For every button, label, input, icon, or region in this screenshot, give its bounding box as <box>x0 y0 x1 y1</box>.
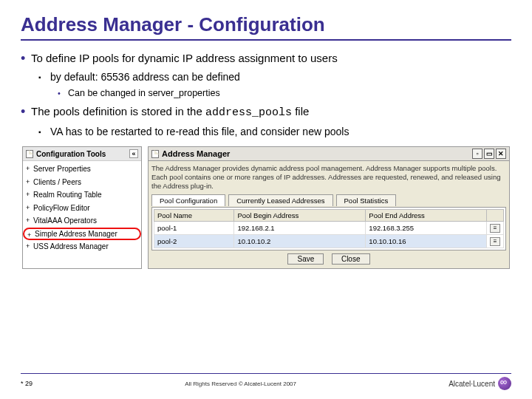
sidebar-item-policyflow-editor[interactable]: PolicyFlow Editor <box>23 202 141 215</box>
sidebar-header-label: Configuration Tools <box>36 150 106 158</box>
sidebar-item-clients-peers[interactable]: Clients / Peers <box>23 176 141 189</box>
cell-pool-end: 10.10.10.16 <box>366 234 487 248</box>
table-header-row: Pool Name Pool Begin Address Pool End Ad… <box>154 209 504 221</box>
bullet-2-code: address_pools <box>205 106 292 119</box>
cell-pool-begin: 10.10.10.2 <box>234 234 366 248</box>
bullet-1-1-1: Can be changed in server_properties <box>58 87 511 100</box>
panel-description: The Address Manager provides dynamic add… <box>151 164 506 191</box>
slide-footer: * 29 All Rights Reserved © Alcatel-Lucen… <box>0 373 532 390</box>
pool-table: Pool Name Pool Begin Address Pool End Ad… <box>154 209 504 248</box>
sidebar-item-uss-address-manager[interactable]: USS Address Manager <box>23 240 141 253</box>
col-pool-name: Pool Name <box>154 209 234 221</box>
minimize-icon[interactable]: ▫ <box>472 149 482 159</box>
sidebar-header[interactable]: Configuration Tools « <box>23 147 141 161</box>
bullet-2-post: file <box>292 105 309 117</box>
panel-title: Address Manager <box>162 149 230 158</box>
tab-pool-statistics[interactable]: Pool Statistics <box>336 194 397 206</box>
table-row[interactable]: pool-2 10.10.10.2 10.10.10.16 ≡ <box>154 234 504 248</box>
page-number-value: 29 <box>25 380 33 387</box>
slide-title: Address Manager - Configuration <box>21 13 511 41</box>
panel-icon <box>151 150 159 158</box>
edit-row-icon[interactable]: ≡ <box>490 224 500 233</box>
page-number: * 29 <box>21 380 33 387</box>
tools-icon <box>26 150 33 158</box>
sidebar-item-simple-address-manager[interactable]: Simple Address Manager <box>23 228 141 241</box>
pool-table-wrap: Pool Name Pool Begin Address Pool End Ad… <box>151 207 506 250</box>
copyright: All Rights Reserved © Alcatel-Lucent 200… <box>185 381 296 387</box>
bullet-list: To define IP pools for dynamic IP addres… <box>21 51 511 139</box>
bullet-2-pre: The pools definition is stored in the <box>31 105 205 117</box>
bullet-2-1: VA has to be restarted to re-read this f… <box>38 125 511 139</box>
config-tools-sidebar: Configuration Tools « Server Properties … <box>22 146 142 269</box>
screenshot-embed: Configuration Tools « Server Properties … <box>21 146 511 269</box>
brand-icon <box>498 377 511 390</box>
sidebar-item-realm-routing[interactable]: Realm Routing Table <box>23 188 141 202</box>
brand-text: Alcatel·Lucent <box>449 380 495 388</box>
bullet-1-1: by default: 65536 address can be defined… <box>38 70 511 100</box>
save-button[interactable]: Save <box>287 253 324 265</box>
maximize-icon[interactable]: ▭ <box>484 149 494 159</box>
cell-pool-name: pool-1 <box>154 221 234 234</box>
sidebar-item-vitalaaa-operators[interactable]: VitalAAA Operators <box>23 214 141 228</box>
table-row[interactable]: pool-1 192.168.2.1 192.168.3.255 ≡ <box>154 221 504 234</box>
sidebar-list: Server Properties Clients / Peers Realm … <box>23 161 141 255</box>
col-pool-end: Pool End Address <box>366 209 487 221</box>
close-button[interactable]: Close <box>332 253 370 265</box>
close-icon[interactable]: ✕ <box>496 149 506 159</box>
col-action <box>487 209 504 221</box>
bullet-1-text: To define IP pools for dynamic IP addres… <box>31 52 338 64</box>
cell-pool-begin: 192.168.2.1 <box>234 221 366 234</box>
cell-pool-end: 192.168.3.255 <box>366 221 487 234</box>
tab-pool-configuration[interactable]: Pool Configuration <box>151 194 225 206</box>
tab-bar: Pool Configuration Currently Leased Addr… <box>151 194 506 205</box>
address-manager-panel: Address Manager ▫ ▭ ✕ The Address Manage… <box>148 146 510 269</box>
sidebar-item-server-properties[interactable]: Server Properties <box>23 163 141 176</box>
cell-pool-name: pool-2 <box>154 234 234 248</box>
tab-currently-leased[interactable]: Currently Leased Addresses <box>228 194 332 206</box>
panel-titlebar: Address Manager ▫ ▭ ✕ <box>148 146 510 161</box>
bullet-1-1-text: by default: 65536 address can be defined <box>50 71 240 83</box>
col-pool-begin: Pool Begin Address <box>234 209 366 221</box>
edit-row-icon[interactable]: ≡ <box>490 237 500 246</box>
bullet-2: The pools definition is stored in the ad… <box>21 104 511 139</box>
bullet-1: To define IP pools for dynamic IP addres… <box>21 51 511 100</box>
collapse-icon[interactable]: « <box>129 149 138 158</box>
brand-logo: Alcatel·Lucent <box>449 377 511 390</box>
